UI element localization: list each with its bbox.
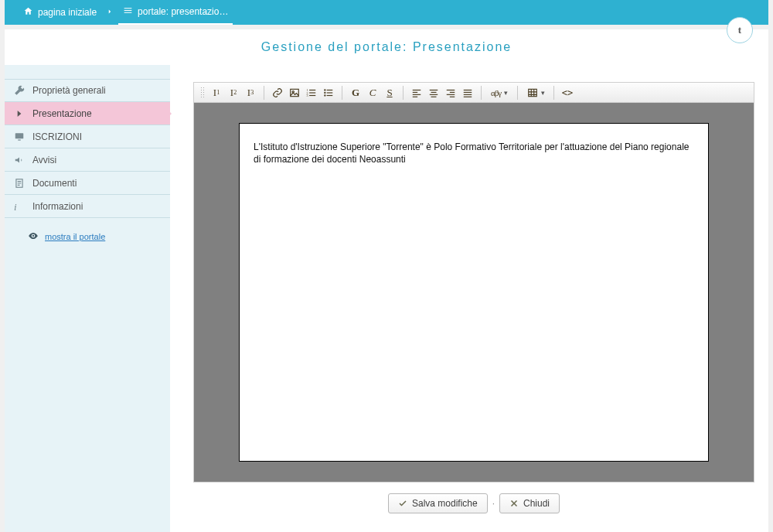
ordered-list-button[interactable]: 123 bbox=[303, 85, 320, 101]
heading2-button[interactable]: I2 bbox=[225, 85, 242, 101]
svg-rect-23 bbox=[431, 91, 437, 92]
sidebar-item-label: ISCRIZIONI bbox=[32, 131, 82, 142]
editor-content: L'Istituto d'Istruzione Superiore "Torre… bbox=[254, 142, 689, 165]
toolbar-separator bbox=[264, 86, 264, 100]
sidebar-item-label: Avvisi bbox=[32, 155, 56, 165]
toolbar-separator bbox=[403, 86, 404, 100]
chevron-right-icon bbox=[106, 7, 114, 18]
sidebar-item-iscrizioni[interactable]: ISCRIZIONI bbox=[5, 125, 170, 148]
image-button[interactable] bbox=[286, 85, 303, 101]
svg-rect-26 bbox=[447, 89, 455, 90]
sidebar-item-proprieta[interactable]: Proprietà generali bbox=[5, 79, 170, 102]
sidebar-item-label: Informazioni bbox=[32, 201, 83, 212]
svg-rect-4 bbox=[291, 89, 299, 96]
source-code-button[interactable]: <> bbox=[559, 85, 576, 101]
heading3-button[interactable]: I3 bbox=[242, 85, 259, 101]
align-justify-button[interactable] bbox=[459, 85, 476, 101]
save-button[interactable]: Salva modifiche bbox=[388, 493, 488, 513]
align-left-button[interactable] bbox=[408, 85, 425, 101]
chevron-down-icon: ▾ bbox=[504, 89, 508, 97]
close-button-label: Chiudi bbox=[523, 498, 550, 509]
svg-rect-18 bbox=[413, 89, 421, 90]
svg-rect-24 bbox=[430, 94, 438, 94]
info-icon: i bbox=[14, 201, 25, 212]
save-button-label: Salva modifiche bbox=[412, 498, 478, 509]
sidebar-item-informazioni[interactable]: i Informazioni bbox=[5, 195, 170, 218]
breadcrumb-home[interactable]: pagina iniziale bbox=[19, 0, 101, 25]
svg-rect-28 bbox=[447, 94, 455, 94]
separator-dot: · bbox=[492, 498, 495, 509]
svg-rect-0 bbox=[15, 133, 24, 138]
align-center-button[interactable] bbox=[425, 85, 442, 101]
svg-rect-25 bbox=[431, 96, 437, 97]
svg-rect-30 bbox=[464, 89, 472, 90]
sidebar: Proprietà generali Presentazione ISCRIZI… bbox=[5, 65, 173, 532]
svg-point-14 bbox=[324, 91, 325, 93]
sidebar-item-presentazione[interactable]: Presentazione bbox=[5, 102, 170, 125]
svg-point-3 bbox=[32, 235, 34, 237]
svg-rect-7 bbox=[309, 89, 315, 90]
workspace: Proprietà generali Presentazione ISCRIZI… bbox=[5, 65, 768, 532]
wrench-icon bbox=[14, 85, 25, 96]
sidebar-item-label: Presentazione bbox=[32, 108, 92, 119]
svg-rect-19 bbox=[413, 91, 417, 92]
svg-rect-17 bbox=[327, 94, 333, 95]
svg-rect-34 bbox=[528, 89, 536, 96]
editor-toolbar: I1 I2 I3 123 G C S bbox=[194, 83, 754, 103]
svg-rect-11 bbox=[309, 94, 315, 95]
page-title: Gestione del portale: Presentazione bbox=[5, 29, 768, 65]
svg-rect-29 bbox=[450, 96, 455, 97]
svg-rect-22 bbox=[430, 89, 438, 90]
underline-button[interactable]: S bbox=[381, 85, 398, 101]
link-button[interactable] bbox=[269, 85, 286, 101]
show-portal-link[interactable]: mostra il portale bbox=[5, 218, 170, 243]
sidebar-item-label: Proprietà generali bbox=[32, 85, 106, 96]
sidebar-item-documenti[interactable]: Documenti bbox=[5, 172, 170, 195]
svg-text:3: 3 bbox=[307, 94, 308, 97]
close-button[interactable]: Chiudi bbox=[499, 493, 560, 513]
chevron-down-icon: ▾ bbox=[541, 89, 545, 97]
avatar[interactable]: t bbox=[727, 17, 753, 43]
menu-icon bbox=[123, 5, 133, 18]
show-portal-label: mostra il portale bbox=[45, 232, 105, 241]
svg-point-16 bbox=[324, 94, 325, 96]
italic-button[interactable]: C bbox=[364, 85, 381, 101]
breadcrumb-current-label: portale: presentazio… bbox=[138, 6, 228, 17]
document-icon bbox=[14, 178, 25, 189]
toolbar-separator bbox=[342, 86, 342, 100]
eye-icon bbox=[28, 230, 39, 243]
footer-actions: Salva modifiche · Chiudi bbox=[193, 483, 754, 513]
unordered-list-button[interactable] bbox=[320, 85, 337, 101]
announcement-icon bbox=[14, 155, 25, 165]
svg-rect-21 bbox=[413, 96, 417, 97]
caret-right-icon bbox=[14, 108, 25, 119]
svg-rect-27 bbox=[450, 91, 455, 92]
toolbar-separator bbox=[517, 86, 518, 100]
align-right-button[interactable] bbox=[442, 85, 459, 101]
home-icon bbox=[23, 6, 33, 19]
sidebar-item-avvisi[interactable]: Avvisi bbox=[5, 148, 170, 172]
avatar-initial: t bbox=[738, 24, 741, 36]
svg-rect-32 bbox=[464, 94, 472, 94]
svg-rect-1 bbox=[18, 139, 21, 140]
sidebar-item-label: Documenti bbox=[32, 178, 77, 189]
close-icon bbox=[509, 499, 519, 508]
table-button[interactable]: ▾ bbox=[523, 85, 549, 101]
editor-canvas: L'Istituto d'Istruzione Superiore "Torre… bbox=[194, 103, 754, 482]
rich-text-editor: I1 I2 I3 123 G C S bbox=[193, 82, 754, 483]
toolbar-handle-icon bbox=[200, 87, 205, 99]
special-chars-button[interactable]: αβγ▾ bbox=[486, 85, 512, 101]
editor-page[interactable]: L'Istituto d'Istruzione Superiore "Torre… bbox=[239, 123, 709, 462]
breadcrumb-bar: pagina iniziale portale: presentazio… t bbox=[5, 0, 768, 25]
monitor-icon bbox=[14, 131, 25, 142]
svg-rect-33 bbox=[464, 96, 472, 97]
breadcrumb-current[interactable]: portale: presentazio… bbox=[118, 0, 233, 25]
breadcrumb-home-label: pagina iniziale bbox=[38, 7, 97, 18]
bold-button[interactable]: G bbox=[347, 85, 364, 101]
toolbar-separator bbox=[481, 86, 482, 100]
svg-rect-13 bbox=[327, 89, 333, 90]
svg-rect-15 bbox=[327, 92, 333, 93]
heading1-button[interactable]: I1 bbox=[208, 85, 225, 101]
main-panel: I1 I2 I3 123 G C S bbox=[173, 65, 768, 532]
check-icon bbox=[398, 499, 407, 508]
